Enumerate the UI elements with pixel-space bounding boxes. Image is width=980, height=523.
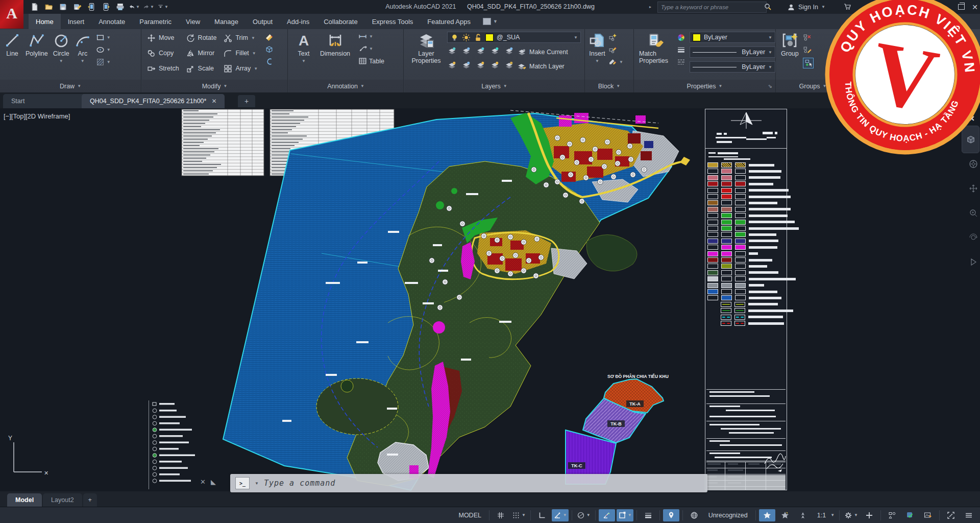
layer-on-button[interactable]	[447, 61, 457, 69]
layer-freeze-button[interactable]	[476, 46, 485, 55]
ungroup-button[interactable]	[803, 33, 814, 42]
sign-in-button[interactable]: Sign In ▼	[787, 0, 825, 14]
navigation-wheel-icon[interactable]	[969, 159, 978, 171]
status-annotation-autoscale-toggle[interactable]	[777, 509, 793, 521]
tab-model[interactable]: Model	[7, 493, 42, 507]
layer-thaw-button[interactable]	[476, 61, 485, 69]
command-history-caret[interactable]: ▼	[255, 481, 259, 486]
group-button[interactable]: Group	[781, 29, 799, 68]
status-annotation-arrow-toggle[interactable]	[795, 509, 811, 521]
layer-isolate-button[interactable]	[461, 46, 471, 55]
status-grid-toggle[interactable]	[493, 509, 509, 521]
drawing-canvas[interactable]: Y ✕ SƠ ĐỒ PHÂN CHIA TIỂU KHU TK-A TK-B T…	[0, 108, 980, 491]
ribbon-tab-manage[interactable]: Manage	[207, 14, 246, 29]
insert-block-button[interactable]: Insert▼	[589, 29, 605, 66]
status-menu-toggle[interactable]	[961, 509, 977, 521]
qnew-button[interactable]	[29, 2, 40, 13]
status-fullscreen-toggle[interactable]	[943, 509, 959, 521]
lineweight-dropdown[interactable]: ByLayer▼	[690, 46, 775, 58]
search-icon[interactable]	[764, 2, 772, 12]
viewcube-panel[interactable]	[962, 126, 979, 153]
panel-label-layers[interactable]: Layers▼	[404, 80, 584, 92]
tab-layout2[interactable]: Layout2	[43, 493, 82, 507]
status-plus-toggle[interactable]	[861, 509, 877, 521]
match-properties-button[interactable]: Match Properties	[639, 29, 673, 73]
close-tab-icon[interactable]: ✕	[211, 98, 216, 105]
trim-button[interactable]: Trim▼	[224, 30, 258, 45]
ribbon-tab-insert[interactable]: Insert	[61, 14, 92, 29]
navigation-bar[interactable]	[967, 159, 980, 269]
recognition-status[interactable]: Unrecognized	[704, 509, 752, 521]
layer-unlock-button[interactable]	[490, 61, 500, 69]
linetype-list-icon[interactable]	[677, 58, 685, 66]
status-lineweight-toggle[interactable]	[640, 509, 656, 521]
ribbon-tab-express-tools[interactable]: Express Tools	[365, 14, 421, 29]
close-drawing-icon[interactable]: ✕	[969, 114, 975, 123]
layer-match-button[interactable]	[504, 61, 514, 69]
viewport-controls[interactable]: [−][Top][2D Wireframe]	[4, 112, 70, 120]
text-button[interactable]: AText▼	[296, 29, 312, 65]
status-isodraft-toggle[interactable]: ▼	[575, 509, 592, 521]
close-window-button[interactable]: ✕	[972, 3, 978, 11]
ribbon-tab-parametric[interactable]: Parametric	[132, 14, 179, 29]
fillet-button[interactable]: Fillet▼	[224, 45, 258, 61]
panel-label-block[interactable]: Block▼	[585, 80, 633, 92]
color-wheel-icon[interactable]	[677, 33, 685, 42]
mobilesave-button[interactable]	[100, 2, 111, 13]
layer-off-button[interactable]	[447, 46, 457, 55]
command-line[interactable]: >_ ▼ Type a command	[230, 474, 707, 492]
circle-button[interactable]: Circle▼	[53, 29, 69, 66]
offset-button[interactable]	[265, 57, 274, 66]
mobileopen-button[interactable]	[86, 2, 97, 13]
group-edit-button[interactable]	[803, 45, 814, 54]
linear-dimension-button[interactable]: ▼	[358, 32, 384, 41]
table-button[interactable]: Table	[358, 57, 384, 65]
status-image-toggle[interactable]	[920, 509, 936, 521]
panel-label-properties[interactable]: Properties▼ ⇘	[634, 80, 775, 92]
annotation-scale-button[interactable]: 1:1▼	[813, 509, 836, 521]
make-current-button[interactable]: Make Current	[518, 44, 568, 60]
ellipse-button[interactable]: ▼	[96, 45, 111, 54]
stretch-button[interactable]: Stretch	[147, 61, 179, 76]
ribbon-tab-output[interactable]: Output	[246, 14, 280, 29]
layer-lock-button[interactable]	[490, 46, 500, 55]
ribbon-tab-view[interactable]: View	[179, 14, 207, 29]
search-input[interactable]: Type a keyword or phrase	[657, 2, 767, 13]
status-pin-toggle[interactable]	[663, 509, 679, 521]
status-annotation-visibility-toggle[interactable]	[759, 509, 775, 521]
ribbon-display-options[interactable]: ▼	[483, 14, 498, 29]
define-attributes-button[interactable]: ▼	[608, 58, 623, 66]
array-button[interactable]: Array▼	[224, 61, 258, 76]
linetype-dropdown[interactable]: ByLayer▼	[690, 61, 775, 73]
copy-button[interactable]: oCopy	[147, 45, 179, 61]
autocad-logo-icon[interactable]: A	[0, 0, 23, 29]
file-tab-document[interactable]: QH04_SDD_PK4_FITA0_250626 21h00*✕	[82, 94, 225, 108]
create-block-button[interactable]	[608, 33, 623, 42]
open-button[interactable]	[43, 2, 54, 13]
status-polar-toggle[interactable]: ▼	[552, 509, 569, 521]
status-ortho-toggle[interactable]	[534, 509, 550, 521]
panel-label-annotation[interactable]: Annotation▼	[288, 80, 403, 92]
status-isolate-toggle[interactable]	[884, 509, 900, 521]
undo-button[interactable]: ▼	[129, 2, 140, 13]
object-color-dropdown[interactable]: ByLayer▼	[690, 32, 775, 43]
arc-button[interactable]: Arc▼	[75, 29, 91, 66]
ribbon-tab-collaborate[interactable]: Collaborate	[316, 14, 365, 29]
group-selection-toggle[interactable]	[803, 58, 814, 68]
command-side-icons[interactable]: ✕◣	[200, 478, 216, 486]
panel-label-groups[interactable]: Groups▼	[776, 80, 850, 92]
line-button[interactable]: Line	[4, 29, 20, 66]
status-otrack-toggle[interactable]	[599, 509, 615, 521]
model-space-button[interactable]: MODEL	[454, 509, 485, 521]
leader-button[interactable]: ▼	[358, 44, 384, 53]
ribbon-tab-annotate[interactable]: Annotate	[91, 14, 132, 29]
plot-button[interactable]	[114, 2, 126, 13]
hatch-button[interactable]: ▼	[96, 58, 111, 66]
save-button[interactable]	[57, 2, 68, 13]
cart-icon[interactable]	[843, 2, 851, 12]
customize-button[interactable]: ▼	[157, 2, 168, 13]
status-gear-toggle[interactable]: ▼	[843, 509, 860, 521]
dialog-launcher-icon[interactable]: ⇘	[768, 83, 772, 89]
layer-properties-button[interactable]: Layer Properties	[410, 29, 442, 65]
dimension-button[interactable]: Dimension	[320, 29, 350, 65]
